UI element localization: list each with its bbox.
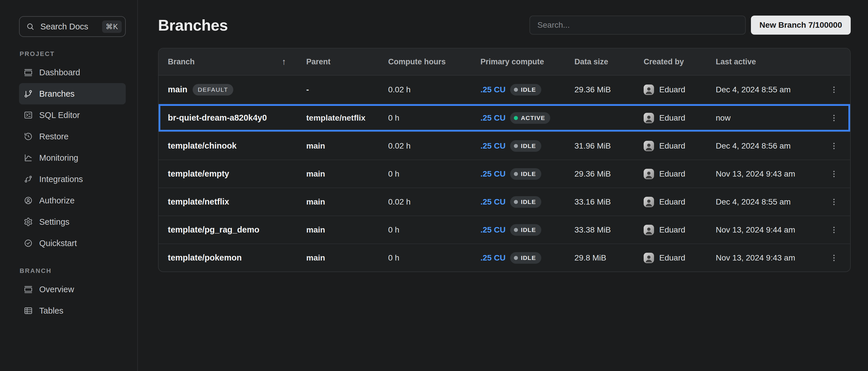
parent-cell: main bbox=[306, 197, 388, 207]
status-dot-icon bbox=[514, 88, 518, 92]
primary-compute-cell: .25 CU IDLE bbox=[480, 168, 575, 180]
compute-units: .25 CU bbox=[480, 85, 505, 94]
sidebar-item-monitoring[interactable]: Monitoring bbox=[19, 147, 126, 168]
sidebar-item-label: Quickstart bbox=[39, 239, 77, 248]
sidebar-item-label: Overview bbox=[39, 285, 74, 294]
table-row[interactable]: template/empty main 0 h .25 CU IDLE 29.3… bbox=[159, 159, 850, 187]
status-label: ACTIVE bbox=[521, 115, 545, 121]
created-by-cell: Eduard bbox=[644, 253, 716, 263]
primary-compute-cell: .25 CU IDLE bbox=[480, 196, 575, 208]
parent-cell: template/netflix bbox=[306, 113, 388, 123]
row-menu-button[interactable] bbox=[825, 244, 843, 272]
sidebar-item-overview[interactable]: Overview bbox=[19, 279, 126, 300]
table-row[interactable]: br-quiet-dream-a820k4y0 template/netflix… bbox=[159, 103, 850, 131]
branch-name: template/chinook bbox=[168, 141, 237, 151]
status-label: IDLE bbox=[521, 198, 536, 206]
search-docs-button[interactable]: Search Docs ⌘K bbox=[19, 16, 126, 37]
branch-name: template/empty bbox=[168, 169, 229, 179]
column-header-created-by[interactable]: Created by bbox=[644, 57, 716, 66]
status-label: IDLE bbox=[521, 143, 536, 149]
branch-cell: main DEFAULT bbox=[168, 84, 306, 95]
created-by-name: Eduard bbox=[659, 197, 685, 207]
status-dot-icon bbox=[514, 116, 518, 120]
table-row[interactable]: template/netflix main 0.02 h .25 CU IDLE… bbox=[159, 187, 850, 216]
row-menu-button[interactable] bbox=[825, 104, 843, 131]
compute-hours-cell: 0 h bbox=[388, 169, 480, 179]
new-branch-button[interactable]: New Branch 7/100000 bbox=[751, 16, 851, 35]
kebab-icon bbox=[830, 169, 838, 178]
branch-search-input[interactable] bbox=[529, 16, 746, 35]
status-label: IDLE bbox=[521, 226, 536, 234]
column-header-data-size[interactable]: Data size bbox=[575, 57, 644, 66]
status-badge: IDLE bbox=[510, 140, 541, 152]
column-header-compute-hours[interactable]: Compute hours bbox=[388, 57, 480, 66]
avatar bbox=[644, 113, 654, 123]
data-size-cell: 33.38 MiB bbox=[575, 225, 644, 235]
section-label-branch: BRANCH bbox=[20, 267, 126, 275]
branch-cell: template/netflix bbox=[168, 197, 306, 207]
table-row[interactable]: main DEFAULT - 0.02 h .25 CU IDLE 29.36 … bbox=[159, 75, 850, 103]
row-menu-button[interactable] bbox=[825, 160, 843, 187]
sort-asc-icon[interactable]: ↑ bbox=[282, 57, 286, 67]
default-badge: DEFAULT bbox=[193, 84, 234, 95]
created-by-name: Eduard bbox=[659, 253, 685, 262]
row-menu-button[interactable] bbox=[825, 75, 843, 103]
table-body: main DEFAULT - 0.02 h .25 CU IDLE 29.36 … bbox=[159, 75, 850, 272]
sidebar-item-label: Tables bbox=[39, 306, 63, 316]
last-active-cell: Dec 4, 2024 8:55 am bbox=[716, 85, 825, 94]
kebab-icon bbox=[830, 254, 838, 262]
branch-name: br-quiet-dream-a820k4y0 bbox=[168, 113, 267, 123]
status-dot-icon bbox=[514, 200, 518, 204]
status-label: IDLE bbox=[521, 254, 536, 261]
column-header-parent[interactable]: Parent bbox=[306, 57, 388, 66]
sidebar-item-label: Restore bbox=[39, 132, 69, 142]
sidebar-item-label: Settings bbox=[39, 217, 69, 227]
sidebar-item-authorize[interactable]: Authorize bbox=[19, 190, 126, 211]
sidebar-item-restore[interactable]: Restore bbox=[19, 126, 126, 147]
project-nav: Dashboard Branches SQL Editor Restore Mo… bbox=[19, 62, 126, 254]
created-by-cell: Eduard bbox=[644, 197, 716, 207]
kebab-icon bbox=[830, 142, 838, 150]
sidebar-item-quickstart[interactable]: Quickstart bbox=[19, 233, 126, 254]
avatar bbox=[644, 225, 654, 235]
kebab-icon bbox=[830, 197, 838, 206]
sidebar-item-dashboard[interactable]: Dashboard bbox=[19, 62, 126, 83]
table-row[interactable]: template/chinook main 0.02 h .25 CU IDLE… bbox=[159, 131, 850, 159]
git-branch-icon bbox=[24, 89, 33, 98]
gear-icon bbox=[24, 217, 33, 226]
data-size-cell: 29.36 MiB bbox=[575, 85, 644, 94]
column-header-branch[interactable]: Branch ↑ bbox=[168, 57, 306, 67]
column-header-primary-compute[interactable]: Primary compute bbox=[480, 57, 575, 66]
sidebar-item-label: Integrations bbox=[39, 175, 83, 184]
branch-name: template/pg_rag_demo bbox=[168, 225, 259, 235]
history-icon bbox=[24, 132, 33, 141]
sidebar-item-integrations[interactable]: Integrations bbox=[19, 168, 126, 190]
column-header-last-active[interactable]: Last active bbox=[716, 57, 825, 66]
branch-cell: template/pokemon bbox=[168, 253, 306, 262]
dashboard-icon bbox=[24, 68, 33, 77]
status-badge: IDLE bbox=[510, 224, 541, 236]
status-badge: IDLE bbox=[510, 196, 541, 208]
data-size-cell: 31.96 MiB bbox=[575, 142, 644, 151]
sidebar-item-branches[interactable]: Branches bbox=[19, 83, 126, 104]
row-menu-button[interactable] bbox=[825, 216, 843, 244]
table-row[interactable]: template/pg_rag_demo main 0 h .25 CU IDL… bbox=[159, 216, 850, 244]
status-label: IDLE bbox=[521, 171, 536, 178]
compute-hours-cell: 0 h bbox=[388, 253, 480, 262]
primary-compute-cell: .25 CU IDLE bbox=[480, 84, 575, 95]
row-menu-button[interactable] bbox=[825, 132, 843, 159]
status-dot-icon bbox=[514, 144, 518, 148]
row-menu-button[interactable] bbox=[825, 188, 843, 216]
created-by-name: Eduard bbox=[659, 113, 685, 123]
compute-hours-cell: 0.02 h bbox=[388, 197, 480, 207]
section-label-project: PROJECT bbox=[20, 50, 126, 58]
sidebar-item-tables[interactable]: Tables bbox=[19, 300, 126, 321]
sidebar-item-sql-editor[interactable]: SQL Editor bbox=[19, 104, 126, 126]
table-row[interactable]: template/pokemon main 0 h .25 CU IDLE 29… bbox=[159, 244, 850, 272]
header-controls: New Branch 7/100000 bbox=[529, 16, 851, 35]
compute-units: .25 CU bbox=[480, 113, 505, 123]
last-active-cell: now bbox=[716, 113, 825, 123]
sidebar-item-settings[interactable]: Settings bbox=[19, 211, 126, 233]
avatar bbox=[644, 253, 654, 263]
compute-hours-cell: 0.02 h bbox=[388, 85, 480, 94]
